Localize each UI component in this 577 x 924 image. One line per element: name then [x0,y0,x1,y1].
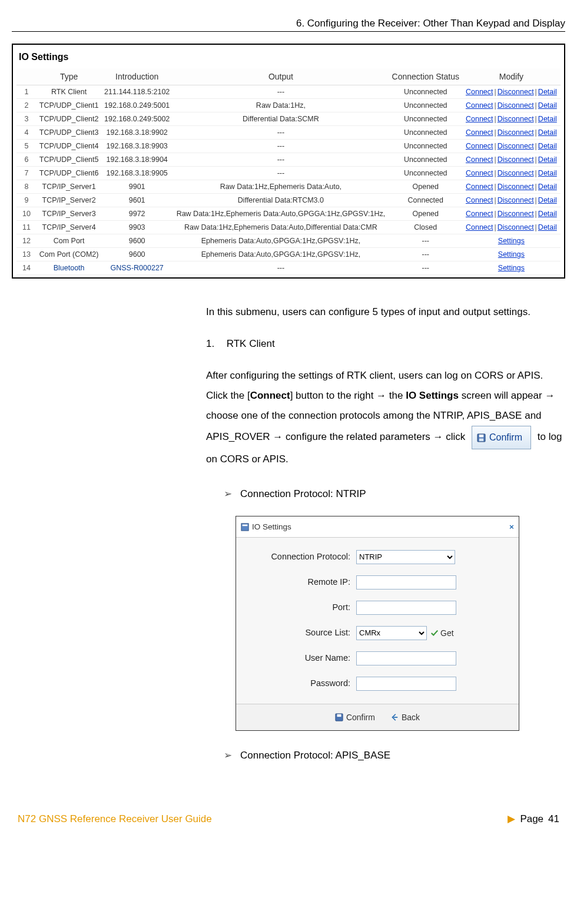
table-row: 6TCP/UDP_Client5192.168.3.18:9904---Unco… [16,153,561,167]
detail-link[interactable]: Detail [538,169,557,177]
paragraph-text: ] button to the right → the [290,390,406,401]
password-label: Password: [244,675,356,692]
disconnect-link[interactable]: Disconnect [498,223,534,231]
table-cell: TCP/UDP_Client4 [37,140,101,153]
table-cell: TCP/UDP_Client5 [37,153,101,167]
disconnect-link[interactable]: Disconnect [498,88,534,96]
protocol-label: Connection Protocol: [244,548,356,565]
connect-link[interactable]: Connect [466,142,493,150]
get-button[interactable]: Get [430,625,454,641]
source-select[interactable]: CMRx [356,626,427,640]
disconnect-link[interactable]: Disconnect [498,210,534,218]
connect-link[interactable]: Connect [466,101,493,110]
modify-cell: Settings [462,234,561,248]
table-row: 11TCP/IP_Server49903Raw Data:1Hz,Ephemer… [16,221,561,234]
table-cell: 3 [16,112,37,126]
connect-link[interactable]: Connect [466,183,493,191]
modify-cell: Connect|Disconnect|Detail [462,221,561,234]
modify-cell: Connect|Disconnect|Detail [462,112,561,126]
disconnect-link[interactable]: Disconnect [498,169,534,177]
table-cell: --- [173,140,389,153]
table-row: 1RTK Client211.144.118.5:2102---Unconnec… [16,85,561,99]
remote-ip-label: Remote IP: [244,574,356,591]
confirm-label: Confirm [489,428,522,447]
remote-ip-input[interactable] [356,575,456,589]
port-input[interactable] [356,601,456,615]
modify-cell: Connect|Disconnect|Detail [462,99,561,112]
disconnect-link[interactable]: Disconnect [498,115,534,123]
table-row: 3TCP/UDP_Client2192.168.0.249:5002Differ… [16,112,561,126]
detail-link[interactable]: Detail [538,115,557,123]
disconnect-link[interactable]: Disconnect [498,196,534,204]
disconnect-link[interactable]: Disconnect [498,183,534,191]
connect-link[interactable]: Connect [466,88,493,96]
svg-rect-2 [479,438,484,441]
close-icon[interactable]: × [509,519,514,535]
table-cell: Differential Data:RTCM3.0 [173,194,389,207]
get-label: Get [440,625,454,641]
connect-link[interactable]: Connect [466,169,493,177]
username-input[interactable] [356,651,456,665]
settings-link[interactable]: Settings [498,237,525,245]
disconnect-link[interactable]: Disconnect [498,155,534,164]
table-cell: Opened [389,207,462,221]
disconnect-link[interactable]: Disconnect [498,142,534,150]
detail-link[interactable]: Detail [538,101,557,110]
table-cell: GNSS-R000227 [101,261,173,275]
bullet-apis-base: ➢Connection Protocol: APIS_BASE [224,746,565,766]
table-cell: Differential Data:SCMR [173,112,389,126]
table-cell: Bluetooth [37,261,101,275]
detail-link[interactable]: Detail [538,128,557,137]
table-cell: Com Port (COM2) [37,248,101,261]
connect-link[interactable]: Connect [466,128,493,137]
modify-cell: Connect|Disconnect|Detail [462,85,561,99]
table-cell: TCP/IP_Server1 [37,180,101,194]
modify-cell: Connect|Disconnect|Detail [462,207,561,221]
table-row: 14BluetoothGNSS-R000227------Settings [16,261,561,275]
connect-link[interactable]: Connect [466,155,493,164]
table-cell: TCP/UDP_Client1 [37,99,101,112]
table-cell: Ephemeris Data:Auto,GPGGA:1Hz,GPGSV:1Hz, [173,234,389,248]
disconnect-link[interactable]: Disconnect [498,128,534,137]
table-row: 8TCP/IP_Server19901Raw Data:1Hz,Ephemeri… [16,180,561,194]
table-row: 9TCP/IP_Server29601Differential Data:RTC… [16,194,561,207]
detail-link[interactable]: Detail [538,196,557,204]
password-input[interactable] [356,677,456,691]
confirm-button[interactable]: Confirm [472,426,531,449]
disconnect-link[interactable]: Disconnect [498,101,534,110]
table-cell: Unconnected [389,85,462,99]
protocol-select[interactable]: NTRIP [356,550,455,564]
detail-link[interactable]: Detail [538,142,557,150]
column-header [16,68,37,85]
connect-link[interactable]: Connect [466,196,493,204]
table-cell: Raw Data:1Hz, [173,99,389,112]
table-cell: --- [173,153,389,167]
connect-link[interactable]: Connect [466,210,493,218]
connect-link[interactable]: Connect [466,115,493,123]
column-header: Output [173,68,389,85]
settings-link[interactable]: Settings [498,264,525,272]
dialog-back-button[interactable]: Back [390,709,420,726]
table-cell: 192.168.3.18:9904 [101,153,173,167]
io-settings-table: TypeIntroductionOutputConnection StatusM… [16,68,561,275]
svg-rect-4 [243,524,248,526]
detail-link[interactable]: Detail [538,88,557,96]
table-cell: Raw Data:1Hz,Ephemeris Data:Auto, [173,180,389,194]
detail-link[interactable]: Detail [538,223,557,231]
table-cell: --- [173,126,389,140]
save-icon [477,433,486,442]
table-cell: Unconnected [389,140,462,153]
table-cell: Closed [389,221,462,234]
detail-link[interactable]: Detail [538,183,557,191]
table-cell: --- [173,261,389,275]
settings-link[interactable]: Settings [498,250,525,259]
table-cell: TCP/UDP_Client6 [37,167,101,180]
table-cell: TCP/UDP_Client2 [37,112,101,126]
detail-link[interactable]: Detail [538,155,557,164]
connect-link[interactable]: Connect [466,223,493,231]
table-cell: Ephemeris Data:Auto,GPGGA:1Hz,GPGSV:1Hz, [173,248,389,261]
modify-cell: Connect|Disconnect|Detail [462,180,561,194]
table-row: 4TCP/UDP_Client3192.168.3.18:9902---Unco… [16,126,561,140]
detail-link[interactable]: Detail [538,210,557,218]
dialog-confirm-button[interactable]: Confirm [335,709,375,726]
